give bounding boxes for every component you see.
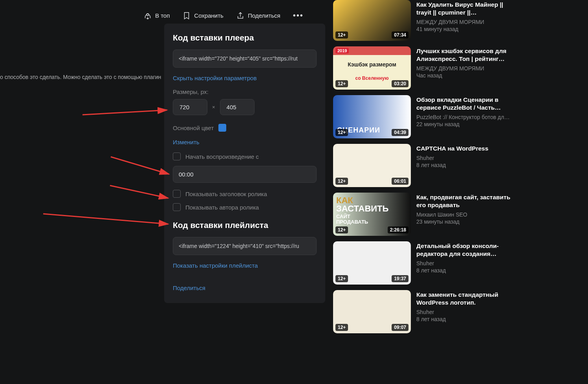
video-thumbnail[interactable]: СЦЕНАРИИ 12+ 04:39	[333, 95, 411, 138]
checkbox-show-title[interactable]	[173, 190, 181, 198]
video-title[interactable]: Лучших кэшбэк сервисов для Алиэкспресс. …	[416, 47, 518, 63]
svg-line-2	[110, 186, 168, 198]
video-time: 23 минуты назад	[416, 219, 518, 225]
checkbox-title-label: Показывать заголовок ролика	[185, 191, 267, 197]
video-meta: Лучших кэшбэк сервисов для Алиэкспресс. …	[416, 46, 518, 90]
video-thumbnail[interactable]: 12+ 09:07	[333, 290, 411, 333]
checkbox-start-label: Начать воспроизведение с	[185, 153, 259, 160]
age-badge: 12+	[335, 80, 348, 87]
video-thumbnail[interactable]: 12+ 06:01	[333, 144, 411, 187]
svg-line-3	[43, 214, 168, 224]
video-title[interactable]: Как заменить стандартный WordPress логот…	[416, 291, 518, 307]
age-badge: 12+	[335, 226, 348, 233]
checkbox-show-author[interactable]	[173, 203, 181, 211]
video-title[interactable]: CAPTCHA на WordPress	[416, 145, 518, 152]
color-label: Основной цвет	[173, 125, 214, 131]
duration-badge: 2:26:18	[388, 226, 408, 233]
width-input[interactable]	[173, 99, 207, 115]
video-title[interactable]: Как, продвигая сайт, заставить его прода…	[416, 193, 518, 209]
video-channel[interactable]: Shuher	[416, 155, 518, 161]
annotation-arrow	[110, 184, 173, 203]
video-thumbnail[interactable]: 2019 Кэшбэк размером со Вселенную 12+ 03…	[333, 46, 411, 90]
size-row: ×	[173, 99, 317, 115]
annotation-arrow	[82, 107, 173, 120]
more-button[interactable]: •••	[293, 11, 304, 20]
video-time: 8 лет назад	[416, 267, 518, 274]
hide-settings-link[interactable]: Скрыть настройки параметров	[173, 75, 317, 81]
more-icon: •••	[293, 11, 304, 20]
start-time-input[interactable]	[173, 166, 317, 183]
svg-line-0	[82, 110, 167, 115]
bookmark-icon	[182, 11, 191, 20]
video-channel[interactable]: Shuher	[416, 260, 518, 266]
video-thumbnail[interactable]: 12+ 19:37	[333, 241, 411, 285]
video-title[interactable]: Детальный обзор консоли-редактора для со…	[416, 242, 518, 258]
description-text: о способов это сделать. Можно сделать эт…	[0, 74, 161, 80]
height-input[interactable]	[220, 99, 255, 115]
video-item[interactable]: СЦЕНАРИИ 12+ 04:39 Обзор вкладки Сценари…	[333, 95, 518, 138]
thumb-text: САЙТПРОДАВАТЬ	[336, 214, 368, 225]
video-item[interactable]: 12+ 09:07 Как заменить стандартный WordP…	[333, 290, 518, 333]
video-item[interactable]: 12+ 19:37 Детальный обзор консоли-редакт…	[333, 241, 518, 285]
checkbox-title-row: Показывать заголовок ролика	[173, 190, 317, 198]
video-title[interactable]: Как Удалить Вирус Майнер || trayit || cp…	[416, 1, 518, 17]
color-swatch[interactable]	[218, 124, 226, 132]
playlist-embed-code[interactable]: <iframe width="1224" height="410" src="h…	[173, 237, 317, 255]
video-thumbnail[interactable]: 12+ 07:34	[333, 0, 411, 41]
svg-line-1	[111, 157, 169, 174]
embed-player-title: Код вставки плеера	[173, 33, 317, 42]
duration-badge: 19:37	[392, 275, 408, 282]
video-meta: Детальный обзор консоли-редактора для со…	[416, 241, 518, 285]
video-item[interactable]: 12+ 06:01 CAPTCHA на WordPress Shuher 8 …	[333, 144, 518, 187]
video-time: Час назад	[416, 72, 518, 79]
share-label: Поделиться	[248, 12, 280, 19]
video-meta: Как Удалить Вирус Майнер || trayit || cp…	[416, 0, 518, 41]
duration-badge: 03:20	[392, 80, 408, 87]
video-item[interactable]: КАКЗАСТАВИТЬ САЙТПРОДАВАТЬ 12+ 2:26:18 К…	[333, 193, 518, 236]
video-channel[interactable]: МЕЖДУ ДВУМЯ МОРЯМИ	[416, 19, 518, 25]
video-channel[interactable]: МЕЖДУ ДВУМЯ МОРЯМИ	[416, 65, 518, 72]
video-channel[interactable]: Shuher	[416, 309, 518, 315]
duration-badge: 06:01	[392, 178, 408, 185]
action-bar: В топ Сохранить Поделиться •••	[143, 11, 304, 20]
show-playlist-settings-link[interactable]: Показать настройки плейлиста	[173, 262, 317, 269]
duration-badge: 07:34	[392, 31, 408, 39]
change-color-link[interactable]: Изменить	[173, 139, 317, 145]
save-label: Сохранить	[194, 12, 223, 19]
video-meta: Обзор вкладки Сценарии в сервисе PuzzleB…	[416, 95, 518, 138]
video-time: 8 лет назад	[416, 162, 518, 168]
to-top-label: В топ	[155, 12, 170, 19]
video-time: 22 минуты назад	[416, 121, 518, 127]
video-channel[interactable]: PuzzleBot :// Конструктор ботов дл…	[416, 114, 518, 120]
age-badge: 12+	[335, 129, 348, 136]
popup-share-link[interactable]: Поделиться	[173, 285, 317, 291]
thumb-text: КАКЗАСТАВИТЬ	[336, 197, 388, 213]
checkbox-start[interactable]	[173, 152, 181, 160]
video-meta: Как заменить стандартный WordPress логот…	[416, 290, 518, 333]
share-button[interactable]: Поделиться	[236, 11, 280, 20]
checkbox-start-row: Начать воспроизведение с	[173, 152, 317, 160]
duration-badge: 04:39	[392, 129, 408, 136]
video-thumbnail[interactable]: КАКЗАСТАВИТЬ САЙТПРОДАВАТЬ 12+ 2:26:18	[333, 193, 411, 236]
thumb-text: Кэшбэк размером	[333, 61, 411, 68]
thumb-year-badge: 2019	[335, 48, 349, 53]
annotation-arrow	[43, 212, 173, 229]
age-badge: 12+	[335, 275, 348, 282]
age-badge: 12+	[335, 324, 348, 331]
to-top-button[interactable]: В топ	[143, 11, 170, 20]
rocket-icon	[143, 11, 152, 20]
duration-badge: 09:07	[392, 324, 408, 331]
checkbox-author-row: Показывать автора ролика	[173, 203, 317, 211]
size-separator: ×	[212, 104, 215, 110]
video-title[interactable]: Обзор вкладки Сценарии в сервисе PuzzleB…	[416, 96, 518, 112]
video-meta: CAPTCHA на WordPress Shuher 8 лет назад	[416, 144, 518, 187]
player-embed-code[interactable]: <iframe width="720" height="405" src="ht…	[173, 50, 317, 68]
video-item[interactable]: 12+ 07:34 Как Удалить Вирус Майнер || tr…	[333, 0, 518, 41]
share-icon	[236, 11, 245, 20]
video-channel[interactable]: Михаил Шакин SEO	[416, 211, 518, 218]
save-button[interactable]: Сохранить	[182, 11, 223, 20]
video-item[interactable]: 2019 Кэшбэк размером со Вселенную 12+ 03…	[333, 46, 518, 90]
embed-playlist-title: Код вставки плейлиста	[173, 220, 317, 230]
age-badge: 12+	[335, 31, 348, 39]
related-videos: 12+ 07:34 Как Удалить Вирус Майнер || tr…	[333, 0, 518, 333]
